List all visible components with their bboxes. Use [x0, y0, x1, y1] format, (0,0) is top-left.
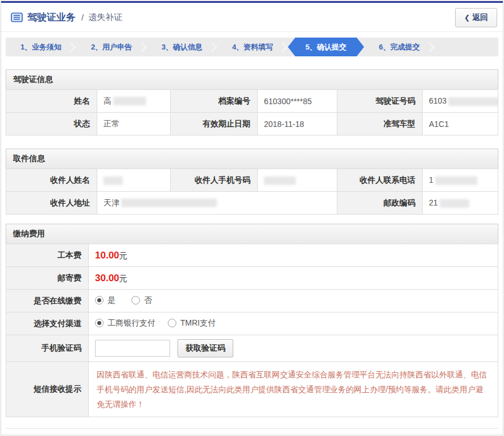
- field-value-online-pay: 是 否: [89, 290, 498, 312]
- field-label-status: 状态: [6, 113, 97, 135]
- field-label-expiry: 有效期止日期: [171, 113, 258, 135]
- field-label-recipient-mobile: 收件人手机号码: [171, 169, 258, 192]
- radio-checked-icon[interactable]: [95, 319, 104, 327]
- sms-notice-text: 因陕西省联通、电信运营商技术问题，陕西省互联网交通安全综合服务管理平台无法向持陕…: [97, 370, 487, 409]
- license-info-section: 驾驶证信息 姓名 高 档案编号 610300****85 驾驶证号码 6103 …: [6, 69, 498, 135]
- postage-fee-unit: 元: [119, 274, 127, 283]
- field-value-name: 高: [97, 90, 171, 113]
- step-5-confirm-submit[interactable]: 5、确认提交: [288, 38, 364, 56]
- license-info-table: 姓名 高 档案编号 610300****85 驾驶证号码 6103 状态 正常 …: [6, 89, 498, 135]
- field-value-pay-channel: 工商银行支付 TMRI支付: [89, 312, 498, 335]
- table-row: 选择支付渠道 工商银行支付 TMRI支付: [6, 312, 498, 335]
- field-label-postal-code: 邮政编码: [337, 192, 423, 215]
- redacted-value: [113, 97, 146, 105]
- field-label-recipient-phone: 收件人联系电话: [337, 169, 423, 192]
- breadcrumb-current: 遗失补证: [88, 12, 122, 23]
- field-label-name: 姓名: [6, 90, 97, 113]
- field-value-postal-code: 21: [423, 192, 498, 215]
- footer-actions: 上一步 完成: [6, 428, 498, 436]
- payment-title: 缴纳费用: [6, 224, 498, 244]
- radio-checked-icon[interactable]: [95, 296, 104, 305]
- radio-unchecked-icon[interactable]: [131, 296, 140, 305]
- redacted-value: [448, 97, 498, 106]
- field-value-recipient-mobile: [258, 169, 337, 192]
- field-label-sms-code: 手机验证码: [6, 335, 89, 362]
- redacted-value: [435, 176, 477, 185]
- field-label-vehicle-class: 准驾车型: [337, 113, 423, 135]
- table-row: 收件人姓名 收件人手机号码 收件人联系电话 1: [6, 169, 498, 192]
- field-value-recipient-address: 天津: [97, 192, 337, 215]
- sms-code-input[interactable]: [95, 340, 170, 357]
- field-label-recipient-address: 收件人地址: [6, 192, 97, 215]
- step-wizard: 1、业务须知 2、用户申告 3、确认信息 4、资料填写 5、确认提交 6、完成提…: [6, 38, 498, 56]
- back-button-label: 返回: [472, 13, 488, 22]
- form-list-icon: [11, 13, 23, 22]
- table-row: 收件人地址 天津 邮政编码 21: [6, 192, 498, 215]
- license-info-title: 驾驶证信息: [6, 69, 498, 89]
- field-value-sms-code: 获取验证码: [89, 335, 498, 362]
- get-sms-code-button[interactable]: 获取验证码: [177, 339, 233, 357]
- field-label-license-no: 驾驶证号码: [337, 90, 423, 113]
- back-chevron-icon: ❮: [464, 14, 470, 22]
- step-2-user-declaration[interactable]: 2、用户申告: [76, 38, 147, 56]
- field-label-pay-channel: 选择支付渠道: [6, 312, 89, 335]
- radio-unchecked-icon[interactable]: [168, 319, 176, 327]
- table-row: 短信接收提示 因陕西省联通、电信运营商技术问题，陕西省互联网交通安全综合服务管理…: [6, 362, 498, 417]
- pickup-info-title: 取件信息: [6, 149, 498, 168]
- redacted-value: [121, 199, 217, 207]
- payment-table: 工本费 10.00元 邮寄费 30.00元 是否在线缴费 是 否: [6, 244, 498, 417]
- page-container: 驾驶证业务 / 遗失补证 ❮返回 1、业务须知 2、用户申告 3、确认信息 4、…: [1, 1, 503, 435]
- payment-section: 缴纳费用 工本费 10.00元 邮寄费 30.00元 是否在线缴费 是: [6, 224, 498, 417]
- online-pay-option-no[interactable]: 否: [131, 295, 152, 306]
- table-row: 状态 正常 有效期止日期 2018-11-18 准驾车型 A1C1: [6, 113, 498, 135]
- field-value-status: 正常: [97, 113, 171, 135]
- redacted-value: [440, 199, 469, 208]
- field-value-license-no: 6103: [423, 90, 498, 113]
- step-3-confirm-info[interactable]: 3、确认信息: [147, 38, 217, 56]
- back-button[interactable]: ❮返回: [455, 8, 497, 27]
- field-value-recipient-name: [97, 169, 171, 192]
- step-1-business-notice[interactable]: 1、业务须知: [6, 38, 76, 56]
- field-value-sms-notice: 因陕西省联通、电信运营商技术问题，陕西省互联网交通安全综合服务管理平台无法向持陕…: [89, 362, 498, 417]
- table-row: 邮寄费 30.00元: [6, 267, 498, 290]
- field-label-sms-notice: 短信接收提示: [6, 362, 89, 417]
- page-title: 驾驶证业务: [27, 11, 76, 24]
- field-label-cost-fee: 工本费: [6, 244, 89, 267]
- breadcrumb-separator: /: [81, 13, 84, 22]
- field-label-online-pay: 是否在线缴费: [6, 290, 89, 312]
- channel-option-tmri[interactable]: TMRI支付: [168, 318, 216, 328]
- page-header: 驾驶证业务 / 遗失补证 ❮返回: [1, 3, 503, 32]
- online-pay-option-yes[interactable]: 是: [95, 295, 115, 306]
- field-label-recipient-name: 收件人姓名: [6, 169, 97, 192]
- field-value-file-no: 610300****85: [258, 90, 337, 113]
- table-row: 是否在线缴费 是 否: [6, 290, 498, 312]
- field-value-postage-fee: 30.00元: [89, 267, 498, 290]
- field-value-recipient-phone: 1: [423, 169, 498, 192]
- step-4-fill-data[interactable]: 4、资料填写: [217, 38, 288, 56]
- redacted-value: [104, 176, 123, 185]
- field-value-vehicle-class: A1C1: [423, 113, 498, 135]
- step-6-complete-submit[interactable]: 6、完成提交: [364, 38, 435, 56]
- pickup-info-table: 收件人姓名 收件人手机号码 收件人联系电话 1 收件人地址 天津 邮政编码 21: [6, 168, 498, 215]
- redacted-value: [264, 176, 296, 185]
- field-label-file-no: 档案编号: [171, 90, 258, 113]
- field-label-postage-fee: 邮寄费: [6, 267, 89, 290]
- table-row: 手机验证码 获取验证码: [6, 335, 498, 362]
- postage-fee-amount: 30.00: [95, 273, 119, 283]
- cost-fee-unit: 元: [119, 251, 127, 260]
- table-row: 姓名 高 档案编号 610300****85 驾驶证号码 6103: [6, 90, 498, 113]
- field-value-cost-fee: 10.00元: [89, 244, 498, 267]
- cost-fee-amount: 10.00: [95, 250, 119, 261]
- pickup-info-section: 取件信息 收件人姓名 收件人手机号码 收件人联系电话 1 收件人地址 天津 邮政…: [6, 149, 498, 215]
- channel-option-icbc[interactable]: 工商银行支付: [95, 318, 155, 328]
- table-row: 工本费 10.00元: [6, 244, 498, 267]
- field-value-expiry: 2018-11-18: [258, 113, 337, 135]
